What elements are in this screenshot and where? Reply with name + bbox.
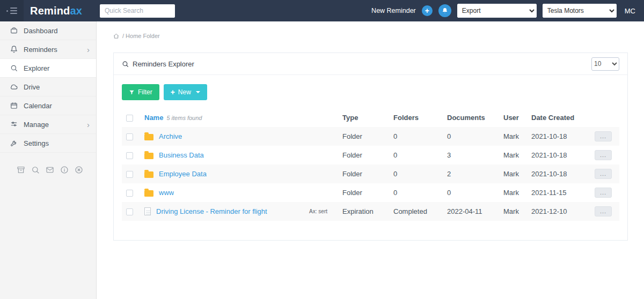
row-user: Mark <box>499 183 527 202</box>
row-user: Mark <box>499 165 527 183</box>
sidebar-label: Explorer <box>24 64 49 72</box>
row-type: Folder <box>338 165 389 183</box>
table-row: www Folder 0 0 Mark 2021-11-15 ... <box>122 183 619 202</box>
select-all-checkbox[interactable] <box>126 115 133 122</box>
row-name-link[interactable]: Archive <box>159 132 182 140</box>
sidebar-label: Drive <box>24 83 40 91</box>
file-icon <box>144 207 151 215</box>
briefcase-icon <box>10 27 18 34</box>
column-header-type[interactable]: Type <box>338 108 389 127</box>
row-actions-button[interactable]: ... <box>595 131 612 141</box>
folder-icon <box>144 153 153 159</box>
row-documents: 3 <box>443 146 499 165</box>
row-documents: 2022-04-11 <box>443 202 499 221</box>
info-icon[interactable] <box>60 166 69 176</box>
row-name-link[interactable]: Business Data <box>159 151 204 159</box>
wrench-icon <box>10 139 18 147</box>
menu-toggle-button[interactable] <box>0 0 24 21</box>
account-select[interactable]: Tesla Motors <box>543 4 617 18</box>
table-row: Business Data Folder 0 3 Mark 2021-10-18… <box>122 146 619 165</box>
sidebar-label: Manage <box>24 121 49 129</box>
row-actions-button[interactable]: ... <box>595 150 612 160</box>
row-date-created: 2021-11-15 <box>527 183 590 202</box>
column-header-user: User <box>499 108 527 127</box>
row-checkbox[interactable] <box>126 152 133 159</box>
hamburger-icon <box>10 8 17 14</box>
main-content: / Home Folder Reminders Explorer 10 Filt… <box>97 21 644 299</box>
sidebar-item-settings[interactable]: Settings <box>0 134 96 153</box>
archive-icon[interactable] <box>17 166 25 176</box>
mail-icon[interactable] <box>46 166 54 176</box>
row-actions-button[interactable]: ... <box>595 169 612 179</box>
calendar-icon <box>10 102 18 109</box>
new-button[interactable]: + New <box>164 84 207 100</box>
row-folders: 0 <box>389 146 443 165</box>
folder-icon <box>144 134 153 140</box>
folder-icon <box>144 190 153 197</box>
caret-down-icon <box>196 91 200 93</box>
quick-search-input[interactable] <box>100 4 175 18</box>
row-user: Mark <box>499 127 527 146</box>
column-header-date-created[interactable]: Date Created <box>527 108 590 127</box>
row-user: Mark <box>499 146 527 165</box>
sidebar-item-drive[interactable]: Drive <box>0 78 96 96</box>
row-status[interactable]: Completed <box>389 202 443 221</box>
export-select[interactable]: Export <box>457 4 537 18</box>
close-circle-icon[interactable] <box>75 166 83 176</box>
row-actions-button[interactable]: ... <box>595 188 612 198</box>
row-name-link[interactable]: Driving License - Reminder for flight <box>156 207 267 215</box>
sidebar: Dashboard Reminders › Explorer Drive Cal… <box>0 21 97 299</box>
column-header-name[interactable]: Name <box>144 114 163 122</box>
row-documents: 0 <box>443 183 499 202</box>
search-icon[interactable] <box>31 166 40 176</box>
add-reminder-button[interactable]: + <box>422 5 433 16</box>
chevron-right-icon: › <box>87 46 90 54</box>
home-icon <box>113 33 119 39</box>
items-found-label: 5 items found <box>166 115 202 121</box>
row-name-link[interactable]: Employee Data <box>159 170 207 178</box>
search-icon <box>10 64 18 72</box>
new-reminder-label: New Reminder <box>371 7 416 14</box>
row-folders: 0 <box>389 183 443 202</box>
app-logo[interactable]: Remindax <box>30 5 100 17</box>
row-actions-button[interactable]: ... <box>595 206 612 216</box>
folder-icon <box>144 171 153 178</box>
sidebar-label: Calendar <box>24 102 52 110</box>
sidebar-item-manage[interactable]: Manage › <box>0 115 96 134</box>
reminders-table: Name5 items found Type Folders Documents… <box>122 108 619 221</box>
row-date-created: 2021-10-18 <box>527 146 590 165</box>
chevron-right-icon: › <box>87 121 90 129</box>
sidebar-icon-strip <box>0 166 96 176</box>
sidebar-item-calendar[interactable]: Calendar <box>0 96 96 115</box>
filter-button[interactable]: Filter <box>122 84 159 100</box>
user-initials[interactable]: MC <box>625 7 635 15</box>
logo-text-primary: Remind <box>30 5 70 17</box>
cloud-icon <box>10 83 18 91</box>
row-documents: 0 <box>443 127 499 146</box>
sidebar-item-reminders[interactable]: Reminders › <box>0 40 96 59</box>
page-size-select[interactable]: 10 <box>591 57 619 71</box>
row-checkbox[interactable] <box>126 208 133 215</box>
row-checkbox[interactable] <box>126 171 133 178</box>
row-name-link[interactable]: www <box>159 189 174 197</box>
plus-icon: + <box>425 7 429 14</box>
row-date-created: 2021-10-18 <box>527 165 590 183</box>
filter-button-label: Filter <box>138 88 152 96</box>
table-row: Employee Data Folder 0 2 Mark 2021-10-18… <box>122 165 619 183</box>
sidebar-item-explorer[interactable]: Explorer <box>0 59 96 78</box>
row-type: Expiration <box>338 202 389 221</box>
notifications-button[interactable] <box>438 4 451 17</box>
sidebar-item-dashboard[interactable]: Dashboard <box>0 21 96 40</box>
row-date-created: 2021-10-18 <box>527 127 590 146</box>
row-checkbox[interactable] <box>126 133 133 140</box>
search-icon <box>122 61 129 68</box>
breadcrumb[interactable]: / Home Folder <box>113 33 644 39</box>
bell-icon <box>442 8 448 14</box>
row-date-created: 2021-12-10 <box>527 202 590 221</box>
logo-text-accent: ax <box>70 5 83 17</box>
column-header-documents[interactable]: Documents <box>443 108 499 127</box>
sidebar-label: Settings <box>24 139 49 147</box>
bell-icon <box>10 46 18 53</box>
plus-icon: + <box>171 88 175 96</box>
row-checkbox[interactable] <box>126 190 133 197</box>
